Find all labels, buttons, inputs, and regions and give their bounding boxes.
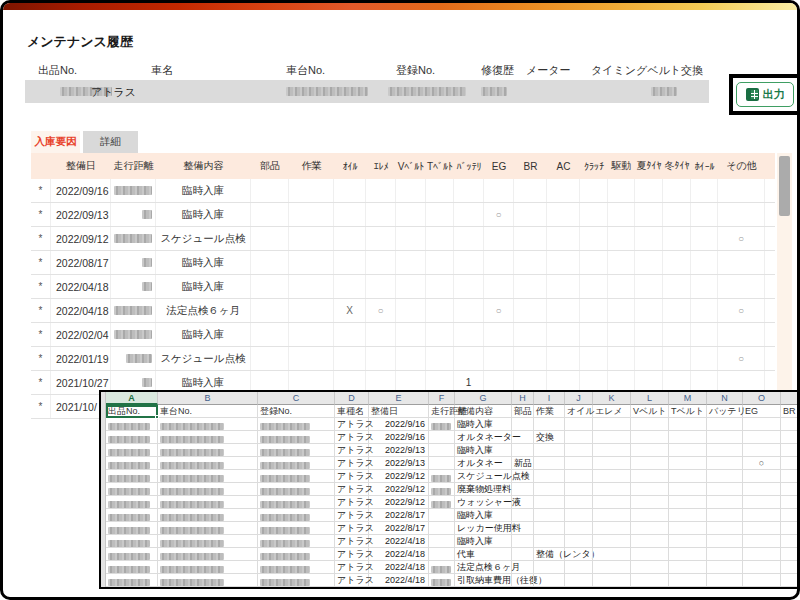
excel-cell-E[interactable]: 2022/9/12 xyxy=(369,483,429,496)
excel-cell-H[interactable] xyxy=(512,548,534,561)
excel-cell-C[interactable] xyxy=(258,587,335,589)
excel-cell-P[interactable] xyxy=(781,483,800,496)
excel-cell-K[interactable] xyxy=(593,483,631,496)
excel-cell-F[interactable] xyxy=(429,561,455,574)
excel-cell-F[interactable] xyxy=(429,457,455,470)
excel-cell-E[interactable]: 2022/9/13 xyxy=(369,457,429,470)
export-button[interactable]: 出力 xyxy=(736,82,794,107)
excel-cell-A[interactable] xyxy=(106,483,158,496)
excel-column-letter-B[interactable]: B xyxy=(158,392,258,405)
excel-cell-J[interactable] xyxy=(565,587,593,589)
excel-cell-M[interactable] xyxy=(669,587,707,589)
excel-cell-F[interactable] xyxy=(429,470,455,483)
excel-cell-I[interactable] xyxy=(534,496,565,509)
excel-cell-B[interactable] xyxy=(158,574,258,587)
excel-cell-O[interactable]: ○ xyxy=(743,457,781,470)
excel-cell-G[interactable] xyxy=(455,587,512,589)
excel-cell-G[interactable]: 臨時入庫 xyxy=(455,509,512,522)
excel-cell-H[interactable] xyxy=(512,431,534,444)
excel-cell-E[interactable]: 2022/9/16 xyxy=(369,418,429,431)
excel-column-letter-K[interactable]: K xyxy=(593,392,631,405)
excel-cell-D[interactable]: アトラス xyxy=(335,561,369,574)
excel-cell-E[interactable]: 2022/8/17 xyxy=(369,522,429,535)
excel-cell-L[interactable] xyxy=(631,548,669,561)
excel-cell-G[interactable]: オルタネー xyxy=(455,457,512,470)
excel-cell-K[interactable] xyxy=(593,457,631,470)
excel-cell-M[interactable] xyxy=(669,548,707,561)
excel-cell-P[interactable] xyxy=(781,548,800,561)
excel-column-letter-I[interactable]: I xyxy=(534,392,565,405)
excel-cell-M[interactable] xyxy=(669,431,707,444)
excel-cell-D[interactable]: アトラス xyxy=(335,444,369,457)
excel-cell-B[interactable] xyxy=(158,522,258,535)
excel-cell-P[interactable] xyxy=(781,457,800,470)
excel-cell-I[interactable]: 作業 xyxy=(534,405,565,418)
excel-cell-C[interactable] xyxy=(258,509,335,522)
excel-cell-E[interactable]: 2022/4/18 xyxy=(369,574,429,587)
excel-cell-J[interactable] xyxy=(565,431,593,444)
excel-cell-L[interactable] xyxy=(631,444,669,457)
excel-cell-A[interactable] xyxy=(106,587,158,589)
excel-cell-J[interactable] xyxy=(565,483,593,496)
excel-cell-F[interactable]: 走行距離 xyxy=(429,405,455,418)
excel-cell-O[interactable] xyxy=(743,431,781,444)
excel-cell-E[interactable]: 2022/8/17 xyxy=(369,509,429,522)
excel-cell-O[interactable] xyxy=(743,535,781,548)
excel-cell-C[interactable] xyxy=(258,548,335,561)
excel-cell-C[interactable] xyxy=(258,418,335,431)
excel-cell-G[interactable]: 臨時入庫 xyxy=(455,444,512,457)
excel-cell-K[interactable] xyxy=(593,444,631,457)
excel-cell-A[interactable] xyxy=(106,548,158,561)
excel-cell-J[interactable] xyxy=(565,535,593,548)
excel-cell-E[interactable]: 2022/4/18 xyxy=(369,548,429,561)
excel-cell-M[interactable] xyxy=(669,535,707,548)
excel-cell-N[interactable] xyxy=(707,418,743,431)
excel-cell-L[interactable] xyxy=(631,470,669,483)
excel-cell-J[interactable] xyxy=(565,509,593,522)
excel-cell-B[interactable] xyxy=(158,535,258,548)
excel-cell-I[interactable] xyxy=(534,522,565,535)
excel-cell-H[interactable] xyxy=(512,587,534,589)
excel-cell-I[interactable] xyxy=(534,574,565,587)
excel-cell-J[interactable] xyxy=(565,444,593,457)
excel-cell-J[interactable] xyxy=(565,418,593,431)
excel-cell-I[interactable] xyxy=(534,483,565,496)
excel-cell-P[interactable] xyxy=(781,535,800,548)
excel-column-letter-E[interactable]: E xyxy=(369,392,429,405)
excel-cell-E[interactable]: 2022/9/12 xyxy=(369,496,429,509)
excel-cell-L[interactable] xyxy=(631,535,669,548)
excel-column-letter-O[interactable]: O xyxy=(743,392,781,405)
excel-cell-L[interactable]: Vベルト xyxy=(631,405,669,418)
excel-cell-P[interactable] xyxy=(781,574,800,587)
excel-cell-C[interactable] xyxy=(258,574,335,587)
excel-cell-K[interactable] xyxy=(593,574,631,587)
excel-cell-O[interactable] xyxy=(743,574,781,587)
excel-cell-K[interactable] xyxy=(593,509,631,522)
excel-cell-M[interactable]: Tベルト xyxy=(669,405,707,418)
excel-cell-H[interactable] xyxy=(512,574,534,587)
excel-column-letter-M[interactable]: M xyxy=(669,392,707,405)
excel-cell-C[interactable] xyxy=(258,444,335,457)
excel-cell-B[interactable] xyxy=(158,587,258,589)
excel-column-letter-L[interactable]: L xyxy=(631,392,669,405)
excel-cell-M[interactable] xyxy=(669,470,707,483)
excel-cell-B[interactable] xyxy=(158,548,258,561)
excel-cell-L[interactable] xyxy=(631,483,669,496)
excel-cell-H[interactable]: 新品 xyxy=(512,457,534,470)
excel-cell-I[interactable] xyxy=(534,509,565,522)
excel-cell-I[interactable]: 整備（レンタ） xyxy=(534,548,565,561)
excel-cell-B[interactable] xyxy=(158,431,258,444)
excel-cell-M[interactable] xyxy=(669,522,707,535)
excel-cell-E[interactable] xyxy=(369,587,429,589)
excel-cell-H[interactable] xyxy=(512,483,534,496)
excel-cell-K[interactable] xyxy=(593,496,631,509)
excel-cell-P[interactable] xyxy=(781,561,800,574)
excel-cell-O[interactable] xyxy=(743,509,781,522)
excel-cell-L[interactable] xyxy=(631,457,669,470)
excel-fill-handle[interactable] xyxy=(155,415,159,419)
excel-cell-H[interactable] xyxy=(512,535,534,548)
excel-cell-G[interactable]: オルタネーター xyxy=(455,431,512,444)
excel-cell-P[interactable] xyxy=(781,444,800,457)
excel-column-letter-J[interactable]: J xyxy=(565,392,593,405)
excel-cell-B[interactable] xyxy=(158,457,258,470)
